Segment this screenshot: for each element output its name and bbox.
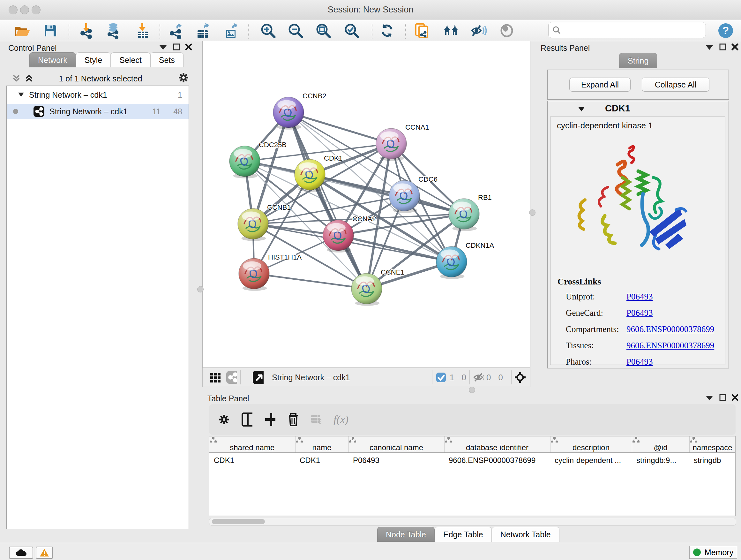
table-cell[interactable]: cyclin-dependent ...	[550, 453, 632, 468]
table-panel-close-icon[interactable]	[730, 393, 740, 402]
import-network-file-icon[interactable]	[78, 23, 95, 39]
node-table[interactable]: shared namenamecanonical namedatabase id…	[209, 436, 736, 468]
table-cell[interactable]: CDK1	[209, 453, 295, 468]
network-row-label: String Network – cdk1	[50, 107, 128, 116]
table-settings-gear-icon[interactable]	[219, 415, 229, 424]
table-cell[interactable]: stringdb	[689, 453, 736, 468]
tab-select[interactable]: Select	[111, 52, 150, 67]
cloud-status-button[interactable]	[9, 547, 33, 559]
selected-checkbox-icon[interactable]	[435, 373, 447, 382]
first-neighbors-icon[interactable]	[443, 23, 459, 39]
import-table-file-icon[interactable]	[134, 23, 151, 39]
delete-column-icon[interactable]	[287, 415, 298, 424]
grid-view-icon[interactable]	[210, 373, 220, 382]
node-CCNE1[interactable]	[351, 273, 382, 306]
add-column-icon[interactable]	[265, 415, 275, 424]
control-panel-float-icon[interactable]	[158, 43, 169, 52]
column-header-canonical-name[interactable]: canonical name	[348, 436, 444, 453]
string-network-graph[interactable]: CCNB2CCNA1CDC25BCDK1CDC6RB1CCNB1CCNA2CDK…	[203, 41, 530, 368]
memory-button[interactable]: Memory	[689, 546, 737, 559]
edge-CCNB2-CCNA1[interactable]	[288, 112, 391, 144]
table-cell[interactable]: stringdb:9...	[632, 453, 689, 468]
node-RB1[interactable]	[449, 199, 479, 231]
export-table-icon[interactable]	[195, 23, 212, 39]
warning-status-button[interactable]	[36, 547, 53, 559]
table-hscrollbar-track[interactable]	[209, 518, 736, 525]
column-header-name[interactable]: name	[295, 436, 348, 453]
tab-string[interactable]: String	[619, 53, 657, 68]
hide-selected-icon[interactable]	[470, 23, 487, 39]
collapse-all-button[interactable]: Collapse All	[642, 78, 710, 91]
column-header--id[interactable]: @id	[632, 436, 689, 453]
hidden-eye-slash-icon[interactable]	[473, 373, 484, 382]
column-header-shared-name[interactable]: shared name	[209, 436, 295, 453]
tab-network[interactable]: Network	[29, 52, 76, 67]
export-network-icon[interactable]	[167, 23, 184, 39]
expand-all-button[interactable]: Expand All	[569, 78, 630, 91]
table-cell[interactable]: CDK1	[295, 453, 348, 468]
zoom-in-icon[interactable]	[260, 23, 276, 39]
tree-expander-icon[interactable]	[18, 92, 24, 97]
results-panel-maximize-icon[interactable]	[718, 42, 728, 52]
protein-structure-image[interactable]	[569, 139, 697, 267]
edge-HIST1H1A-CCNE1[interactable]	[254, 273, 367, 289]
save-session-icon[interactable]	[42, 23, 59, 39]
crosslink-value-link[interactable]: P06493	[626, 308, 653, 318]
birds-eye-view-icon[interactable]	[253, 373, 264, 382]
results-panel-close-icon[interactable]	[730, 42, 740, 52]
tab-sets[interactable]: Sets	[150, 52, 184, 67]
column-header-database-identifier[interactable]: database identifier	[444, 436, 550, 453]
table-panel-float-icon[interactable]	[704, 393, 715, 403]
export-image-icon[interactable]	[223, 23, 240, 39]
table-cell[interactable]: P06493	[348, 453, 444, 468]
left-splitter-handle[interactable]	[197, 286, 204, 293]
open-session-icon[interactable]	[14, 23, 30, 39]
zoom-out-icon[interactable]	[287, 23, 304, 39]
network-edges[interactable]	[245, 112, 464, 289]
crosslink-value-link[interactable]: 9606.ENSP00000378699	[626, 341, 714, 351]
table-cell[interactable]: 9606.ENSP00000378699	[444, 453, 550, 468]
node-CDC25B[interactable]	[229, 146, 260, 179]
import-network-database-icon[interactable]	[105, 23, 122, 39]
edge-CCNB2-CCNE1[interactable]	[288, 112, 367, 289]
tab-style[interactable]: Style	[76, 52, 111, 67]
table-row[interactable]: CDK1CDK1P064939606.ENSP00000378699cyclin…	[209, 453, 736, 468]
node-CCNB1[interactable]	[238, 208, 268, 241]
zoom-selected-icon[interactable]	[343, 23, 360, 39]
network-row[interactable]: String Network – cdk1 11 48	[7, 104, 189, 119]
show-all-icon[interactable]	[498, 23, 515, 39]
network-view-canvas[interactable]: CCNB2CCNA1CDC25BCDK1CDC6RB1CCNB1CCNA2CDK…	[202, 41, 530, 368]
network-options-gear-icon[interactable]	[178, 73, 189, 82]
protein-section-expander-icon[interactable]	[578, 107, 585, 112]
node-CDKN1A[interactable]	[436, 246, 467, 279]
node-CDK1[interactable]	[294, 159, 325, 192]
crosslink-value-link[interactable]: P06493	[626, 292, 653, 302]
results-panel-float-icon[interactable]	[704, 43, 715, 52]
cytoscape-window: Session: New Session	[0, 0, 741, 560]
fit-selected-crosshair-icon[interactable]	[515, 373, 526, 382]
show-columns-icon[interactable]	[242, 415, 253, 424]
network-node-count: 11	[152, 107, 160, 116]
edge-CDK1-RB1[interactable]	[310, 175, 464, 214]
tab-edge-table[interactable]: Edge Table	[434, 527, 492, 542]
control-panel-close-icon[interactable]	[183, 42, 194, 52]
column-header-namespace[interactable]: namespace	[689, 436, 736, 453]
help-icon[interactable]: ?	[718, 23, 734, 39]
node-CDC6[interactable]	[389, 180, 420, 213]
node-HIST1H1A[interactable]	[239, 258, 269, 291]
control-panel-maximize-icon[interactable]	[171, 42, 182, 52]
tab-node-table[interactable]: Node Table	[377, 527, 434, 542]
search-input[interactable]	[564, 25, 702, 35]
network-collection-row[interactable]: String Network – cdk1 1	[7, 86, 189, 102]
duplicate-network-icon[interactable]	[414, 23, 430, 39]
table-panel-maximize-icon[interactable]	[718, 393, 728, 402]
table-hscrollbar-thumb[interactable]	[212, 519, 265, 524]
crosslink-value-link[interactable]: 9606.ENSP00000378699	[626, 324, 714, 334]
column-header-description[interactable]: description	[550, 436, 632, 453]
tab-network-table[interactable]: Network Table	[492, 527, 559, 542]
zoom-fit-icon[interactable]	[315, 23, 332, 39]
string-network-badge-icon[interactable]	[226, 373, 237, 382]
node-CCNA1[interactable]	[376, 128, 407, 161]
refresh-icon[interactable]	[379, 23, 395, 39]
crosslink-value-link[interactable]: P06493	[626, 357, 653, 367]
